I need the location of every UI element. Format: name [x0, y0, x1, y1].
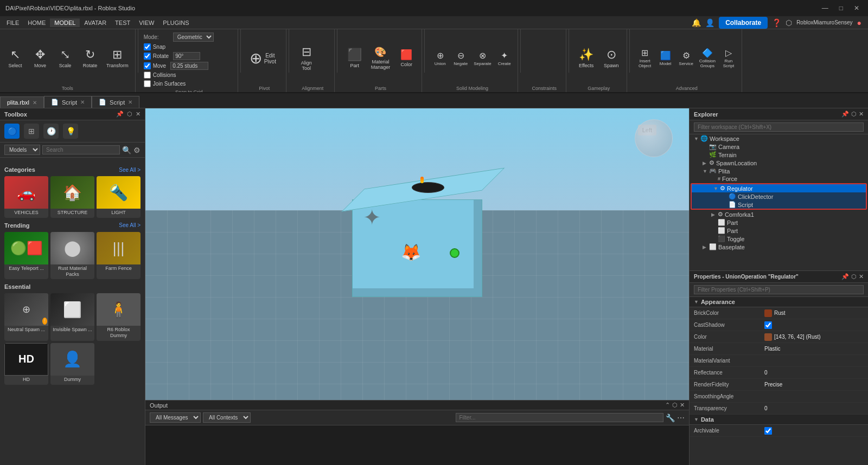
material-manager-button[interactable]: 🎨 MaterialManager — [368, 38, 394, 78]
appearance-section-header[interactable]: ▼ Appearance — [690, 297, 868, 307]
explorer-close-icon[interactable]: ✕ — [859, 111, 864, 118]
toolbox-pin-icon[interactable]: 📌 — [116, 111, 124, 118]
trending-teleport[interactable]: 🟢🟥 Easy Teleport ... — [4, 232, 48, 280]
props-pin-icon[interactable]: 📌 — [841, 273, 849, 280]
tree-click-detector[interactable]: ▶ 🔵 ClickDetector — [692, 192, 866, 201]
trending-fence[interactable]: ||| Farm Fence — [97, 232, 141, 280]
output-filter-input[interactable] — [456, 413, 664, 422]
spawn-arrow[interactable]: ▶ — [703, 160, 709, 166]
tab-script1[interactable]: 📄 Script ✕ — [44, 96, 92, 108]
collaborate-button[interactable]: Collaborate — [719, 17, 768, 29]
props-expand-icon[interactable]: ⬡ — [851, 273, 857, 280]
archivable-value[interactable] — [764, 427, 864, 435]
category-vehicles[interactable]: 🚗 VEHICLES — [4, 176, 48, 218]
negate-button[interactable]: ⊖ Negate — [451, 48, 470, 68]
color-value[interactable]: [143, 76, 42] (Rust) — [764, 333, 864, 341]
service-button[interactable]: ⚙ Service — [676, 48, 696, 68]
notification-icon[interactable]: 🔔 — [692, 18, 701, 27]
minimize-button[interactable]: — — [819, 3, 832, 13]
move-value-input[interactable] — [170, 62, 208, 70]
tab-plita[interactable]: plita.rbxl ✕ — [0, 96, 44, 108]
explorer-pin-icon[interactable]: 📌 — [841, 111, 849, 118]
move-button[interactable]: ✥ Move — [28, 38, 52, 78]
output-collapse-icon[interactable]: ⌃ — [665, 402, 670, 409]
insert-object-button[interactable]: ⊞ InsertObject — [635, 48, 655, 68]
all-messages-select[interactable]: All Messages — [150, 412, 201, 423]
output-expand-icon[interactable]: ⬡ — [672, 402, 678, 409]
account-icon[interactable]: 👤 — [705, 18, 714, 27]
toolbox-filter-button[interactable]: ⚙ — [133, 146, 141, 154]
join-surfaces-checkbox[interactable] — [144, 80, 151, 87]
regulator-arrow[interactable]: ▼ — [713, 186, 720, 191]
tree-part1[interactable]: ▶ ⬜ Part — [690, 218, 868, 227]
spawn-button[interactable]: ⊙ Spawn — [599, 38, 623, 78]
trending-see-all[interactable]: See All > — [119, 222, 141, 228]
tree-force[interactable]: ▶ # Force — [690, 175, 868, 183]
maximize-button[interactable]: □ — [836, 3, 846, 13]
create-button[interactable]: ✦ Create — [495, 48, 514, 68]
move-checkbox[interactable] — [144, 62, 151, 69]
menu-avatar[interactable]: AVATAR — [80, 18, 111, 27]
toolbox-icon-clock[interactable]: 🕐 — [43, 124, 59, 139]
brick-color-value[interactable]: Rust — [764, 309, 864, 317]
tab-script2-close[interactable]: ✕ — [128, 99, 132, 105]
separate-button[interactable]: ⊗ Separate — [471, 48, 493, 68]
tree-comforka1[interactable]: ▶ ⚙ Comforka1 — [690, 210, 868, 218]
toolbox-expand-icon[interactable]: ⬡ — [127, 111, 132, 118]
category-structure[interactable]: 🏠 STRUCTURE — [50, 176, 94, 218]
toolbox-icon-audio[interactable]: 💡 — [63, 124, 78, 139]
cast-shadow-value[interactable] — [764, 321, 864, 329]
part-button[interactable]: ⬛ Part — [343, 38, 367, 78]
baseplate-arrow[interactable]: ▶ — [703, 244, 709, 250]
select-button[interactable]: ↖ Select — [3, 38, 27, 78]
toolbox-close-icon[interactable]: ✕ — [136, 111, 141, 118]
mode-select[interactable]: Geometric Box — [173, 33, 214, 42]
essential-r6-dummy[interactable]: 🧍 R6 Roblox Dummy — [97, 293, 141, 341]
collision-groups-button[interactable]: 🔷 CollisionGroups — [697, 48, 718, 68]
data-section-header[interactable]: ▼ Data — [690, 415, 868, 425]
model-btn[interactable]: 🟦 Model — [656, 48, 675, 68]
rotate-snap-checkbox[interactable] — [144, 53, 151, 60]
toolbox-search-button[interactable]: 🔍 — [122, 146, 131, 154]
cast-shadow-checkbox[interactable] — [764, 321, 772, 329]
categories-see-all[interactable]: See All > — [119, 167, 141, 173]
comforka1-arrow[interactable]: ▶ — [711, 212, 718, 217]
snap-checkbox[interactable] — [144, 43, 151, 50]
tree-terrain[interactable]: ▶ 🌿 Terrain — [690, 151, 868, 159]
trending-rust[interactable]: ⬤ Rust Material Packs — [50, 232, 94, 280]
run-script-button[interactable]: ▷ RunScript — [719, 48, 738, 68]
archivable-checkbox[interactable] — [764, 427, 772, 435]
tree-spawn-location[interactable]: ▶ ⚙ SpawnLocation — [690, 159, 868, 167]
menu-view[interactable]: VIEW — [135, 18, 158, 27]
camera-sphere[interactable] — [635, 119, 673, 157]
close-button[interactable]: ✕ — [851, 3, 863, 13]
explorer-expand-icon[interactable]: ⬡ — [851, 111, 857, 118]
output-more-icon[interactable]: ⋯ — [677, 414, 685, 422]
reflectance-value[interactable]: 0 — [764, 370, 864, 376]
output-close-icon[interactable]: ✕ — [680, 402, 685, 409]
tree-toggle[interactable]: ▶ ⬛ Toggle — [690, 235, 868, 243]
menu-test[interactable]: TEST — [111, 18, 135, 27]
toolbox-icon-models[interactable]: 🔵 — [4, 124, 20, 139]
category-light[interactable]: 🔦 LIGHT — [97, 176, 141, 218]
menu-file[interactable]: FILE — [2, 18, 23, 27]
menu-model[interactable]: MODEL — [50, 18, 80, 27]
share-icon[interactable]: ⬡ — [786, 18, 792, 27]
tab-script2[interactable]: 📄 Script ✕ — [92, 96, 139, 108]
tree-script[interactable]: ▶ 📄 Script — [692, 201, 866, 209]
plita-arrow[interactable]: ▼ — [703, 169, 709, 174]
essential-dummy[interactable]: 👤 Dummy — [50, 343, 94, 385]
explorer-filter-input[interactable] — [694, 122, 864, 132]
transform-button[interactable]: ⊞ Transform — [103, 38, 132, 78]
collisions-checkbox[interactable] — [144, 72, 151, 79]
union-button[interactable]: ⊕ Union — [430, 48, 450, 68]
essential-invisible-spawn[interactable]: ⬜ Invisible Spawn ... — [50, 293, 94, 341]
tree-camera[interactable]: ▶ 📷 Camera — [690, 143, 868, 151]
properties-filter-input[interactable] — [694, 285, 864, 294]
help-icon[interactable]: ❓ — [772, 18, 781, 27]
toolbox-search-input[interactable] — [42, 145, 120, 154]
align-tool-button[interactable]: ⊟ AlignTool — [295, 38, 318, 78]
tree-regulator[interactable]: ▼ ⚙ Regulator — [692, 184, 866, 192]
workspace-arrow[interactable]: ▼ — [694, 136, 700, 141]
color-button[interactable]: 🟥 Color — [394, 38, 418, 78]
